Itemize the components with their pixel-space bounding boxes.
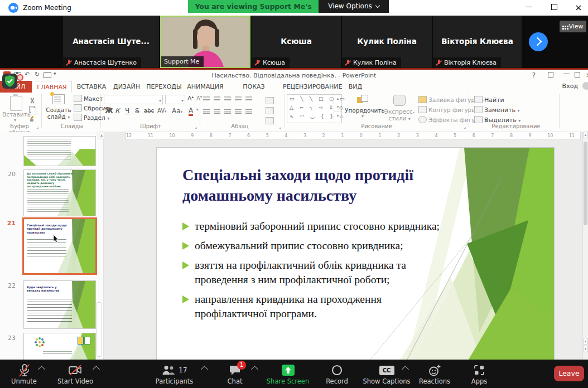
align-center-icon[interactable]	[214, 109, 220, 114]
font-color-dropdown[interactable]: ▾	[196, 108, 199, 112]
next-slide-button[interactable]: ▾	[583, 346, 588, 352]
tab-view[interactable]: ВИД	[344, 81, 367, 93]
shapes-scrollbar[interactable]: ▴ ▾ ▾	[334, 95, 341, 122]
justify-icon[interactable]	[235, 109, 242, 114]
align-right-icon[interactable]	[224, 109, 231, 114]
mic-muted-icon	[254, 59, 260, 66]
next-participants-button[interactable]	[529, 32, 548, 51]
minimize-button[interactable]	[516, 0, 541, 16]
tab-insert[interactable]: ВСТАВКА	[74, 81, 109, 93]
font-dialog-launcher[interactable]: ⌟	[193, 124, 199, 129]
slides-group-label: Слайды	[47, 123, 97, 129]
redo-button[interactable]: ↻	[35, 71, 40, 78]
shadow-button[interactable]: S	[135, 107, 139, 115]
view-layout-button[interactable]: View	[560, 21, 586, 32]
line-spacing-icon[interactable]	[245, 96, 252, 101]
slideshow-icon[interactable]	[44, 72, 51, 78]
participant-tile[interactable]: Кулик Поліна Кулик Поліна	[342, 16, 432, 68]
bold-button[interactable]: Ж	[105, 107, 113, 115]
canvas-scrollbar[interactable]: ▴ ▴ ▾	[582, 132, 588, 360]
numbered-list-icon[interactable]	[214, 96, 220, 101]
zoom-titlebar: Zoom Meeting You are viewing Support Me'…	[0, 0, 588, 16]
font-name-select[interactable]: ▾	[104, 95, 163, 104]
shape-outline-button[interactable]: Контур фигуры ▾	[418, 106, 480, 113]
record-button[interactable]: Record	[319, 363, 355, 385]
align-left-icon[interactable]	[203, 109, 210, 114]
smartart-convert-button[interactable]	[266, 115, 276, 125]
layout-button[interactable]: Макет ▾	[74, 95, 107, 102]
tab-animations[interactable]: АНИМАЦИЯ	[186, 81, 225, 93]
account-avatar[interactable]	[582, 82, 588, 90]
align-text-button[interactable]	[266, 105, 276, 115]
clipboard-dialog-launcher[interactable]: ⌟	[35, 124, 40, 129]
participants-options-chevron[interactable]	[201, 366, 208, 373]
unmute-button[interactable]: Unmute	[4, 363, 44, 385]
tab-transitions[interactable]: ПЕРЕХОДЫ	[144, 81, 184, 93]
help-button[interactable]: ?	[527, 70, 541, 80]
scroll-up-icon[interactable]: ▴	[334, 95, 341, 103]
underline-button[interactable]: Ч	[125, 107, 129, 115]
maximize-button[interactable]	[542, 0, 566, 16]
text-direction-button[interactable]	[266, 95, 276, 105]
slide-thumbnail-20[interactable]: До загальних служб підтримки постраждали…	[23, 169, 96, 216]
qat-customize-button[interactable]: ▾	[54, 71, 56, 76]
participant-tile-video[interactable]: Support Me	[160, 16, 250, 68]
strikethrough-button[interactable]: abc	[144, 108, 154, 114]
tab-design[interactable]: ДИЗАЙН	[111, 81, 142, 93]
slide-thumbnail-22[interactable]: Куди звертатись у випадку насильства	[23, 280, 96, 329]
tab-slideshow[interactable]: ПОКАЗ СЛАЙДОВ	[227, 81, 281, 93]
arrange-button[interactable]: Упорядочить ▾	[345, 95, 380, 119]
slide-thumbnail-21-selected[interactable]: Спеціальні заходи щодо протидії домашньо…	[22, 217, 97, 275]
quick-styles-button[interactable]: Экспресс- стили ▾	[384, 95, 415, 122]
participant-tile[interactable]: Вікторія Клюєва Вікторія Клюєва	[433, 16, 522, 68]
increase-indent-icon[interactable]	[235, 96, 242, 101]
ppt-close-button[interactable]: ×	[581, 70, 588, 80]
scroll-down-icon[interactable]: ▾	[334, 103, 341, 111]
slide-bullet-list[interactable]: терміновий заборонний припис стосовно кр…	[182, 219, 444, 326]
decrease-indent-icon[interactable]	[224, 96, 231, 101]
select-button[interactable]: Выделить ▾	[474, 116, 520, 124]
change-case-button[interactable]: Аа▾	[172, 107, 182, 115]
sign-in-link[interactable]: Вход	[562, 83, 578, 90]
reactions-button[interactable]: Reactions	[416, 363, 454, 385]
ribbon-display-button[interactable]	[543, 70, 558, 80]
chat-options-chevron[interactable]	[251, 366, 258, 373]
undo-button[interactable]: ↶	[25, 71, 30, 78]
shrink-font-button[interactable]: А▾	[196, 95, 202, 101]
new-slide-button[interactable]: Создать слайд ▾	[45, 94, 73, 120]
font-color-button[interactable]: А	[189, 107, 193, 116]
previous-slide-button[interactable]: ▴	[583, 338, 588, 345]
apps-button[interactable]: Apps	[463, 363, 495, 385]
scroll-up-button[interactable]: ▴	[583, 132, 588, 138]
slide-title[interactable]: Спеціальні заходи щодо протидії домашньо…	[182, 164, 506, 206]
share-screen-button[interactable]: Share Screen	[265, 363, 311, 385]
italic-button[interactable]: К	[115, 107, 120, 115]
section-button[interactable]: Раздел ▾	[74, 114, 109, 121]
drawing-dialog-launcher[interactable]: ⌟	[462, 124, 467, 129]
replace-button[interactable]: Заменить ▾	[474, 106, 520, 114]
bullet-list-icon[interactable]	[203, 96, 210, 101]
font-size-select[interactable]: ▾	[165, 95, 185, 104]
shapes-gallery[interactable]: ▭ ╲ ╲ □ ○ ▭ △ ⌐ ╮ ⇨ ⇩ ◇ ∿ ◠ ◡ { } ☆ ▴ ▾ …	[287, 94, 342, 123]
chat-button[interactable]: 1 Chat	[219, 363, 250, 385]
slide[interactable]: Спеціальні заходи щодо протидії домашньо…	[157, 148, 554, 360]
thumbnails-scrollbar-thumb[interactable]	[96, 302, 102, 357]
columns-icon[interactable]	[245, 109, 252, 114]
find-button[interactable]: Найти	[474, 96, 504, 104]
leave-button[interactable]: Leave	[554, 366, 584, 381]
slide-thumbnail-23[interactable]	[23, 333, 96, 360]
scrollbar-thumb[interactable]	[584, 142, 587, 225]
close-button[interactable]: ×	[566, 0, 588, 16]
participants-button[interactable]: 17 Participants	[151, 363, 198, 385]
grow-font-button[interactable]: А▴	[187, 95, 194, 102]
kerning-button[interactable]: AV▾	[157, 108, 167, 114]
paragraph-dialog-launcher[interactable]: ⌟	[277, 124, 283, 129]
start-video-button[interactable]: Start Video	[53, 363, 98, 385]
shapes-more-icon[interactable]: ▾	[334, 111, 341, 120]
participant-tile[interactable]: Анастасія Шуте... Анастасія Шутенко	[63, 16, 159, 68]
slide-thumbnail-partial[interactable]	[23, 136, 96, 166]
participant-tile[interactable]: Ксюша Ксюша	[252, 16, 341, 68]
tab-review[interactable]: РЕЦЕНЗИРОВАНИЕ	[283, 81, 342, 93]
view-options-button[interactable]: View Options	[319, 0, 389, 13]
tab-home[interactable]: ГЛАВНАЯ	[32, 81, 72, 93]
